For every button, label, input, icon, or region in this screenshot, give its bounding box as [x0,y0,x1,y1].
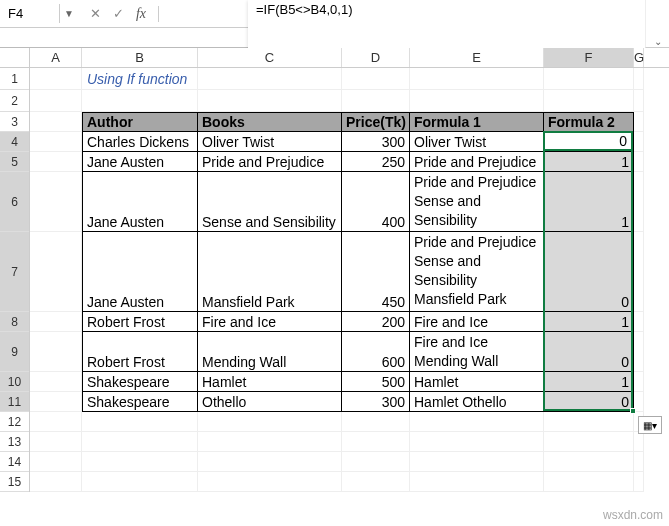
row-header-14[interactable]: 14 [0,452,29,472]
row-header-7[interactable]: 7 [0,232,29,312]
cell-A12[interactable] [30,412,82,432]
cell-G7[interactable] [634,232,644,312]
cell-A9[interactable] [30,332,82,372]
cell-D11[interactable]: 300 [342,392,410,412]
cell-C4[interactable]: Oliver Twist [198,132,342,152]
col-header-A[interactable]: A [30,48,82,67]
cell-F14[interactable] [544,452,634,472]
cell-D2[interactable] [342,90,410,112]
formula-display[interactable]: =IF(B5<>B4,0,1) [248,0,645,48]
cell-F7[interactable]: 0 [544,232,634,312]
cell-G1[interactable] [634,68,644,90]
cell-G4[interactable] [634,132,644,152]
cell-B10[interactable]: Shakespeare [82,372,198,392]
cell-E10[interactable]: Hamlet [410,372,544,392]
cell-G6[interactable] [634,172,644,232]
cell-G10[interactable] [634,372,644,392]
cell-G9[interactable] [634,332,644,372]
cell-E4[interactable]: Oliver Twist [410,132,544,152]
col-header-G[interactable]: G [634,48,644,67]
cell-A7[interactable] [30,232,82,312]
cell-F2[interactable] [544,90,634,112]
name-box-dropdown-icon[interactable]: ▼ [60,8,78,19]
cell-B7[interactable]: Jane Austen [82,232,198,312]
row-header-11[interactable]: 11 [0,392,29,412]
cell-B14[interactable] [82,452,198,472]
cell-D6[interactable]: 400 [342,172,410,232]
cell-B12[interactable] [82,412,198,432]
cancel-icon[interactable]: ✕ [84,6,107,21]
cell-C6[interactable]: Sense and Sensibility [198,172,342,232]
cell-E5[interactable]: Pride and Prejudice [410,152,544,172]
cell-A8[interactable] [30,312,82,332]
cell-A6[interactable] [30,172,82,232]
row-header-9[interactable]: 9 [0,332,29,372]
cell-E3[interactable]: Formula 1 [410,112,544,132]
cell-C5[interactable]: Pride and Prejudice [198,152,342,172]
cell-D7[interactable]: 450 [342,232,410,312]
cell-G14[interactable] [634,452,644,472]
cell-G2[interactable] [634,90,644,112]
cell-D14[interactable] [342,452,410,472]
name-box[interactable]: F4 [0,4,60,23]
cell-B2[interactable] [82,90,198,112]
cell-D10[interactable]: 500 [342,372,410,392]
cell-A11[interactable] [30,392,82,412]
cell-A15[interactable] [30,472,82,492]
cell-A13[interactable] [30,432,82,452]
select-all-corner[interactable] [0,48,30,67]
cell-C10[interactable]: Hamlet [198,372,342,392]
cell-D8[interactable]: 200 [342,312,410,332]
cell-C2[interactable] [198,90,342,112]
cell-B5[interactable]: Jane Austen [82,152,198,172]
cell-E1[interactable] [410,68,544,90]
row-header-12[interactable]: 12 [0,412,29,432]
row-header-4[interactable]: 4 [0,132,29,152]
cell-A3[interactable] [30,112,82,132]
cell-F12[interactable] [544,412,634,432]
cell-D15[interactable] [342,472,410,492]
cell-E9[interactable]: Fire and Ice Mending Wall [410,332,544,372]
cell-A1[interactable] [30,68,82,90]
cell-D13[interactable] [342,432,410,452]
cell-F11[interactable]: 0 [544,392,634,412]
row-header-1[interactable]: 1 [0,68,29,90]
cell-F6[interactable]: 1 [544,172,634,232]
cell-D4[interactable]: 300 [342,132,410,152]
row-header-3[interactable]: 3 [0,112,29,132]
cell-B1[interactable]: Using If function [82,68,198,90]
fill-handle[interactable] [630,408,636,414]
cell-D9[interactable]: 600 [342,332,410,372]
cell-E12[interactable] [410,412,544,432]
cell-E15[interactable] [410,472,544,492]
row-header-13[interactable]: 13 [0,432,29,452]
cell-F13[interactable] [544,432,634,452]
col-header-F[interactable]: F [544,48,634,67]
col-header-C[interactable]: C [198,48,342,67]
cell-B6[interactable]: Jane Austen [82,172,198,232]
cell-B4[interactable]: Charles Dickens [82,132,198,152]
cell-C15[interactable] [198,472,342,492]
cell-B11[interactable]: Shakespeare [82,392,198,412]
row-header-8[interactable]: 8 [0,312,29,332]
cell-E2[interactable] [410,90,544,112]
cell-G3[interactable] [634,112,644,132]
cell-D1[interactable] [342,68,410,90]
row-header-6[interactable]: 6 [0,172,29,232]
cell-D5[interactable]: 250 [342,152,410,172]
cell-E6[interactable]: Pride and Prejudice Sense and Sensibilit… [410,172,544,232]
cell-D12[interactable] [342,412,410,432]
cell-E11[interactable]: Hamlet Othello [410,392,544,412]
cell-E7[interactable]: Pride and Prejudice Sense and Sensibilit… [410,232,544,312]
cell-E14[interactable] [410,452,544,472]
cell-E8[interactable]: Fire and Ice [410,312,544,332]
cell-B13[interactable] [82,432,198,452]
formula-expand-icon[interactable]: ⌄ [645,0,669,48]
cell-B15[interactable] [82,472,198,492]
col-header-D[interactable]: D [342,48,410,67]
cell-E13[interactable] [410,432,544,452]
cell-C12[interactable] [198,412,342,432]
cell-A2[interactable] [30,90,82,112]
row-header-5[interactable]: 5 [0,152,29,172]
cell-F5[interactable]: 1 [544,152,634,172]
